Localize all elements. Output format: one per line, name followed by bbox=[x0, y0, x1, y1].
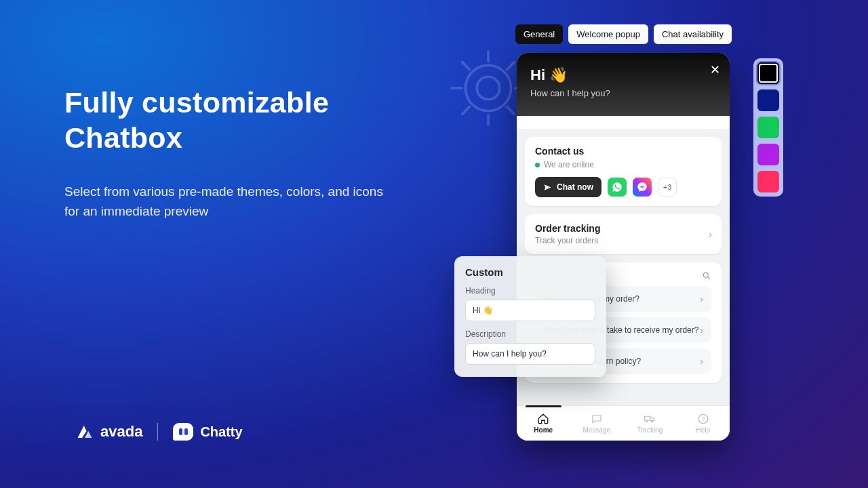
svg-line-7 bbox=[708, 277, 710, 279]
tabbar-message[interactable]: Message bbox=[570, 406, 624, 441]
svg-marker-4 bbox=[78, 426, 87, 438]
svg-point-0 bbox=[477, 77, 500, 100]
tabbar-tracking[interactable]: Tracking bbox=[623, 406, 677, 441]
tab-chat-availability[interactable]: Chat availability bbox=[654, 24, 732, 44]
home-icon bbox=[537, 413, 549, 425]
help-icon: ? bbox=[697, 413, 709, 425]
truck-icon bbox=[644, 413, 656, 425]
tab-welcome-popup[interactable]: Welcome popup bbox=[568, 24, 648, 44]
chevron-right-icon: › bbox=[700, 293, 703, 304]
heading-input[interactable] bbox=[465, 300, 595, 321]
brand-logos: avada Chatty bbox=[76, 423, 243, 441]
send-icon bbox=[543, 183, 552, 192]
tabbar-home[interactable]: Home bbox=[517, 406, 570, 441]
custom-editor-panel: Custom Heading Description bbox=[454, 256, 606, 377]
chat-subline: How can I help you? bbox=[530, 88, 716, 98]
description-label: Description bbox=[465, 329, 595, 339]
chat-widget-preview: ✕ Hi👋 How can I help you? Contact us We … bbox=[517, 53, 730, 441]
svg-text:?: ? bbox=[701, 416, 705, 422]
svg-point-9 bbox=[652, 421, 653, 422]
swatch-green[interactable] bbox=[757, 117, 779, 138]
hero-description: Select from various pre-made themes, col… bbox=[64, 182, 383, 222]
search-icon[interactable] bbox=[702, 271, 711, 281]
chevron-right-icon: › bbox=[700, 356, 703, 367]
hero-title: Fully customizable Chatbox bbox=[64, 85, 383, 156]
more-channels[interactable]: +3 bbox=[658, 178, 677, 197]
contact-status: We are online bbox=[544, 160, 594, 169]
chatty-wordmark: Chatty bbox=[200, 424, 242, 440]
contact-card: Contact us We are online Chat now +3 bbox=[525, 137, 722, 206]
chat-now-button[interactable]: Chat now bbox=[535, 177, 601, 197]
chevron-right-icon: › bbox=[709, 229, 712, 240]
svg-point-6 bbox=[703, 272, 708, 277]
chatty-logo-icon bbox=[173, 423, 193, 441]
chat-tabbar: Home Message Tracking ? Help bbox=[517, 405, 730, 441]
messenger-icon[interactable] bbox=[633, 178, 652, 197]
editor-title: Custom bbox=[465, 266, 595, 278]
tracking-sub: Track your orders bbox=[535, 236, 711, 245]
svg-point-1 bbox=[465, 65, 511, 110]
swatch-pink[interactable] bbox=[757, 171, 779, 192]
chat-greeting: Hi👋 bbox=[530, 66, 716, 84]
swatch-black[interactable] bbox=[757, 62, 779, 84]
logo-divider bbox=[157, 423, 158, 441]
color-swatch-panel bbox=[753, 58, 783, 197]
whatsapp-icon[interactable] bbox=[608, 178, 627, 197]
close-icon[interactable]: ✕ bbox=[710, 62, 720, 77]
chevron-right-icon: › bbox=[700, 325, 703, 336]
description-input[interactable] bbox=[465, 343, 595, 365]
heading-label: Heading bbox=[465, 286, 595, 296]
swatch-navy[interactable] bbox=[757, 89, 779, 111]
message-icon bbox=[591, 413, 603, 425]
online-status-dot bbox=[535, 163, 540, 167]
tracking-title: Order tracking bbox=[535, 223, 711, 234]
contact-title: Contact us bbox=[535, 146, 711, 157]
avada-wordmark: avada bbox=[100, 423, 142, 441]
swatch-purple[interactable] bbox=[757, 144, 779, 165]
order-tracking-card[interactable]: Order tracking Track your orders › bbox=[525, 214, 722, 254]
svg-point-8 bbox=[646, 421, 648, 422]
tab-general[interactable]: General bbox=[515, 24, 563, 44]
avada-logo-icon bbox=[76, 423, 94, 441]
tabbar-help[interactable]: ? Help bbox=[677, 406, 730, 441]
